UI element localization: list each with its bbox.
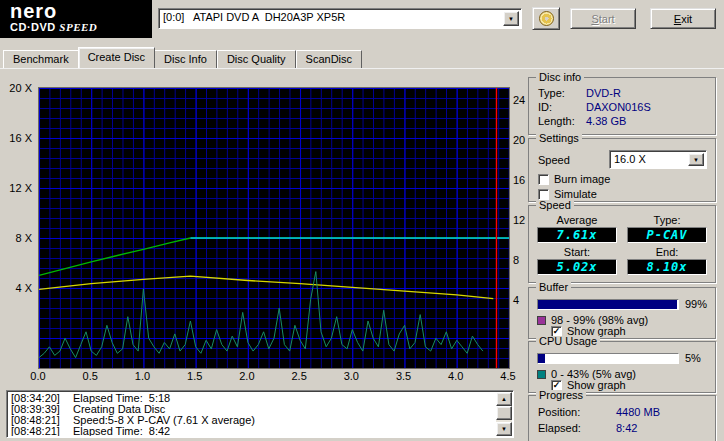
chart-plot-area [38, 87, 510, 369]
log-panel: [08:34:20]Elapsed Time: 5:18[08:39:39]Cr… [6, 390, 514, 438]
buffer-bar [537, 299, 679, 310]
info-value: DAXON016S [586, 101, 651, 113]
buffer-color-swatch [537, 316, 546, 325]
speed-cell-label: Start: [537, 246, 617, 259]
x-axis-tick: 1.5 [187, 370, 202, 382]
info-label: ID: [538, 101, 586, 113]
log-timestamp: [08:48:21] [11, 426, 73, 436]
speed-cell: Start:5.02x [537, 246, 617, 277]
y-axis-left: 20 X16 X12 X8 X4 X [4, 87, 34, 373]
lcd-end: 8.10x [627, 259, 707, 275]
nero-logo: nero CD·DVD SPEED [0, 0, 152, 38]
info-value: DVD-R [586, 87, 621, 99]
speed-cell: Average7.61x [537, 214, 617, 245]
checkbox-label: Burn image [554, 173, 610, 185]
series-cpu-usage [39, 272, 483, 358]
y-left-tick: 20 X [9, 82, 32, 94]
info-row: Length:4.38 GB [538, 115, 709, 127]
lcd-type: P-CAV [627, 227, 707, 243]
disc-info-group: Disc info Type:DVD-RID:DAXON016SLength:4… [528, 77, 716, 135]
y-left-tick: 12 X [9, 182, 32, 194]
x-axis-tick: 3.5 [396, 370, 411, 382]
disc-info-title: Disc info [536, 72, 584, 83]
y-right-tick: 8 [513, 254, 519, 266]
progress-group: Progress Position:4480 MBElapsed:8:42 [528, 395, 716, 441]
checkbox-burn-image[interactable]: Burn image [538, 173, 610, 185]
info-row: Position:4480 MB [538, 406, 709, 418]
logo-text-nero: nero [10, 1, 152, 21]
speed-group: Speed Average7.61xType:P-CAVStart:5.02xE… [528, 205, 716, 283]
x-axis: 0.00.51.01.52.02.53.03.54.04.5 [38, 370, 510, 382]
buffer-group: Buffer 99% 98 - 99% (98% avg) ✓ Show gra… [528, 287, 716, 339]
y-right-tick: 20 [513, 134, 525, 146]
tab-create-disc[interactable]: Create Disc [78, 47, 155, 68]
cpu-color-swatch [537, 370, 546, 379]
speed-cell-label: End: [627, 246, 707, 259]
scroll-down-icon[interactable]: ▼ [496, 422, 512, 436]
series-rotation-speed [39, 276, 493, 299]
speed-title: Speed [536, 200, 574, 211]
chevron-down-icon[interactable]: ▼ [688, 153, 704, 166]
info-row: Elapsed:8:42 [538, 422, 709, 434]
app-window: nero CD·DVD SPEED [0:0] ATAPI DVD A DH20… [0, 0, 724, 441]
x-axis-tick: 2.0 [239, 370, 254, 382]
eject-button[interactable] [532, 7, 560, 30]
drive-selector[interactable]: [0:0] ATAPI DVD A DH20A3P XP5R ▼ [158, 8, 522, 29]
tab-benchmark[interactable]: Benchmark [3, 50, 79, 68]
y-left-tick: 8 X [15, 232, 32, 244]
lcd-start: 5.02x [537, 259, 617, 275]
log-scrollbar[interactable]: ▲ ▼ [496, 392, 512, 436]
log-message: Elapsed Time: 8:42 [73, 425, 170, 436]
buffer-bar-fill [538, 300, 677, 309]
logo-text-cddvd-speed: CD·DVD SPEED [10, 21, 152, 34]
settings-group: Settings Speed 16.0 X ▼ Burn imageSimula… [528, 138, 716, 202]
info-label: Position: [538, 406, 616, 418]
y-right-tick: 12 [513, 214, 525, 226]
info-label: Elapsed: [538, 422, 616, 434]
x-axis-tick: 4.5 [500, 370, 515, 382]
info-row: ID:DAXON016S [538, 101, 709, 113]
tab-disc-quality[interactable]: Disc Quality [217, 50, 296, 68]
series-write-speed-ramp [39, 238, 190, 275]
buffer-percent: 99% [685, 298, 707, 310]
settings-title: Settings [536, 133, 582, 144]
info-row: Type:DVD-R [538, 87, 709, 99]
scroll-up-icon[interactable]: ▲ [496, 392, 512, 406]
drive-selector-value: [0:0] ATAPI DVD A DH20A3P XP5R [159, 9, 501, 28]
speed-setting-row: Speed 16.0 X ▼ [538, 150, 707, 169]
x-axis-tick: 1.0 [135, 370, 150, 382]
disc-info-rows: Type:DVD-RID:DAXON016SLength:4.38 GB [538, 87, 709, 129]
chevron-down-icon[interactable]: ▼ [503, 11, 519, 26]
info-value: 4480 MB [616, 406, 660, 418]
checkbox-box [538, 174, 549, 185]
speed-cell: Type:P-CAV [627, 214, 707, 245]
speed-cell-label: Average [537, 214, 617, 227]
y-left-tick: 4 X [15, 282, 32, 294]
speed-readouts: Average7.61xType:P-CAVStart:5.02xEnd:8.1… [537, 214, 707, 276]
disc-icon [539, 11, 554, 26]
start-button[interactable]: Start [570, 8, 636, 29]
info-value: 4.38 GB [586, 115, 626, 127]
lcd-average: 7.61x [537, 227, 617, 243]
speed-selector-value: 16.0 X [610, 151, 686, 168]
y-right-tick: 24 [513, 94, 525, 106]
x-axis-tick: 2.5 [291, 370, 306, 382]
cpu-percent: 5% [685, 352, 701, 364]
buffer-title: Buffer [536, 282, 571, 293]
speed-cell-label: Type: [627, 214, 707, 227]
log-lines: [08:34:20]Elapsed Time: 5:18[08:39:39]Cr… [11, 393, 494, 436]
tab-disc-info[interactable]: Disc Info [154, 50, 217, 68]
checkbox-box [538, 189, 549, 200]
scrollbar-thumb[interactable] [496, 406, 512, 420]
tab-bar: BenchmarkCreate DiscDisc InfoDisc Qualit… [3, 47, 362, 68]
exit-button[interactable]: Exit [650, 8, 716, 29]
speed-cell: End:8.10x [627, 246, 707, 277]
tab-scandisc[interactable]: ScanDisc [296, 50, 362, 68]
x-axis-tick: 0.0 [30, 370, 45, 382]
x-axis-tick: 3.0 [344, 370, 359, 382]
speed-selector[interactable]: 16.0 X ▼ [609, 150, 707, 169]
speed-label: Speed [538, 154, 570, 166]
y-right-tick: 4 [513, 294, 519, 306]
cpu-usage-group: CPU Usage 5% 0 - 43% (5% avg) ✓ Show gra… [528, 341, 716, 393]
log-line: [08:48:21]Elapsed Time: 8:42 [11, 426, 494, 436]
